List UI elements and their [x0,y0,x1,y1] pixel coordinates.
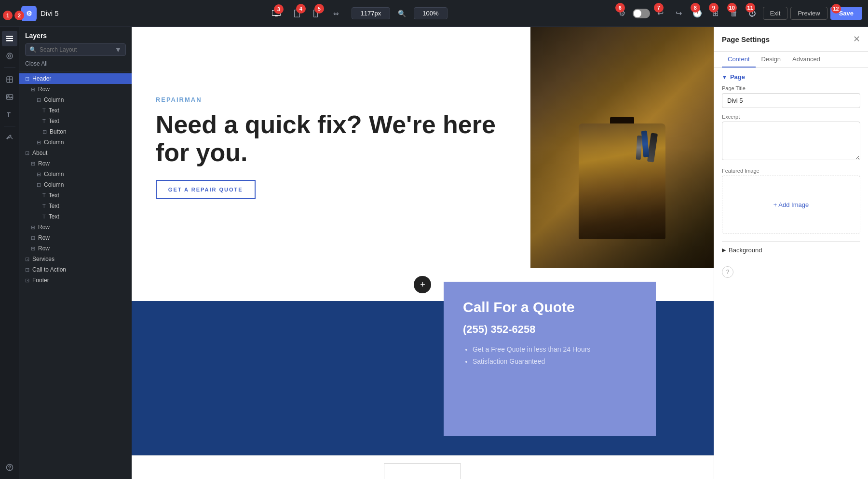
layer-text-2[interactable]: T Text [19,116,132,126]
badge-7-wrap: 7 ↩ [653,6,668,21]
layer-about[interactable]: ⊡ About [19,148,132,158]
help-icon-btn[interactable]: ? [722,266,733,278]
badge-7: 7 [654,3,664,13]
layer-row-2[interactable]: ⊞ Row [19,158,132,169]
excerpt-textarea[interactable] [722,122,860,160]
layers-header: Layers 🔍 ▼ Close All [19,27,132,71]
media-icon-btn[interactable] [2,89,17,105]
pages-icon-btn[interactable] [2,48,17,64]
search-icon: 🔍 [29,46,37,53]
layer-row-1[interactable]: ⊞ Row [19,84,132,95]
badge-4-wrap: 4 [291,8,303,19]
featured-image-label: Featured Image [722,168,860,174]
excerpt-label: Excerpt [722,114,860,120]
page-section-header[interactable]: ▼ Page [722,73,860,81]
close-panel-btn[interactable]: ✕ [853,34,860,44]
badge-12-wrap: 12 Save [830,7,862,20]
featured-image-field: Featured Image + Add Image [722,168,860,233]
background-section-title: Background [729,246,762,254]
layer-row-4[interactable]: ⊞ Row [19,233,132,243]
zoom-input[interactable]: 100% [414,7,448,19]
right-panel-header: Page Settings ✕ [714,27,868,52]
layer-footer[interactable]: ⊡ Footer [19,275,132,286]
layer-col-2[interactable]: ⊟ Column [19,137,132,148]
layer-services[interactable]: ⊡ Services [19,254,132,264]
layer-icon-footer: ⊡ [25,277,29,284]
page-title-input[interactable] [722,93,860,108]
add-image-label: + Add Image [773,201,809,208]
layer-label-col1: Column [44,96,64,103]
background-section[interactable]: ▶ Background [722,241,860,259]
cta-title: Call For a Quote [463,299,637,315]
badge-6: 6 [615,3,625,13]
layer-icon-text4: T [42,203,46,209]
layer-icon-col3: ⊟ [37,171,41,178]
right-panel: Page Settings ✕ Content Design Advanced … [714,27,868,479]
sidebar-sep-2 [4,126,15,126]
tab-design[interactable]: Design [756,52,787,68]
hero-cta-button[interactable]: GET A REPAIR QUOTE [156,180,256,199]
layers-search-bar: 🔍 ▼ [25,43,126,56]
divi-logo-icon: ⚙ [26,10,32,17]
badge-9-wrap: 9 ⊞ [708,6,723,21]
badge-10: 10 [727,3,737,13]
right-panel-title: Page Settings [722,35,770,43]
help-icon-btn[interactable] [2,460,17,475]
layer-row-5[interactable]: ⊞ Row [19,243,132,254]
layer-text-5[interactable]: T Text [19,211,132,222]
theme-toggle[interactable] [633,9,650,18]
layer-icon-row1: ⊞ [31,86,35,93]
layer-text-4[interactable]: T Text [19,201,132,211]
badge-1: 1 [3,11,13,20]
layer-text-1[interactable]: T Text [19,105,132,116]
layer-icon-text2: T [42,118,46,124]
tab-advanced[interactable]: Advanced [787,52,826,68]
layer-header[interactable]: ⊡ Header [19,73,132,84]
layer-col-4[interactable]: ⊟ Column [19,179,132,190]
topbar-center: 3 4 5 ⇔ 1177px 🔍 100% [102,6,614,21]
badge-8: 8 [691,3,700,13]
layer-col-1[interactable]: ⊟ Column [19,95,132,105]
layer-cta[interactable]: ⊡ Call to Action [19,264,132,275]
tab-content[interactable]: Content [722,52,756,68]
layer-row-3[interactable]: ⊞ Row [19,222,132,233]
responsive-mode-btn[interactable]: ⇔ [328,6,344,21]
typography-icon-btn[interactable]: T [2,107,17,122]
badge-11-wrap: 11 ⏻ [745,6,760,21]
redo-btn[interactable]: ↪ [671,6,687,21]
layer-label-text2: Text [49,118,59,124]
badge-11: 11 [746,3,755,13]
badge-4: 4 [296,4,306,14]
layers-icon-btn[interactable] [2,31,17,46]
featured-image-box[interactable]: + Add Image [722,176,860,233]
layer-label-text4: Text [49,203,59,209]
global-icon-btn[interactable] [2,72,17,87]
canvas-bottom-element [384,463,461,479]
badge-9: 9 [709,3,719,13]
background-section-arrow: ▶ [722,247,726,253]
hero-section: REPAIRMAN Need a quick fix? We're here f… [132,27,714,268]
sidebar-container: T Layers 🔍 ▼ Close All [0,27,132,479]
add-row-btn[interactable]: + [414,276,431,293]
layer-button-1[interactable]: ⊡ Button [19,126,132,137]
width-input[interactable]: 1177px [352,7,390,19]
topbar: 1 2 ⚙ Divi 5 3 4 5 ⇔ 1177px [0,0,868,27]
tools-icon-btn[interactable] [2,130,17,146]
filter-btn[interactable]: ▼ [115,46,122,54]
preview-button[interactable]: Preview [790,7,827,20]
main-layout: T Layers 🔍 ▼ Close All [0,27,868,479]
hero-title: Need a quick fix? We're here for you. [156,111,506,166]
svg-point-5 [315,15,316,16]
close-all-btn[interactable]: Close All [25,59,48,68]
layer-text-3[interactable]: T Text [19,190,132,201]
layer-col-3[interactable]: ⊟ Column [19,169,132,179]
panel-tabs: Content Design Advanced [714,52,868,68]
exit-button[interactable]: Exit [763,7,788,20]
cta-box: Call For a Quote (255) 352-6258 Get a Fr… [444,282,656,436]
page-section: ▼ Page Page Title Excerpt Featured Image… [722,73,860,233]
page-section-arrow: ▼ [722,74,727,80]
page-section-title: Page [730,73,745,81]
layer-icon-row4: ⊞ [31,235,35,241]
layer-icon-text1: T [42,108,46,113]
search-layout-input[interactable] [40,46,112,53]
